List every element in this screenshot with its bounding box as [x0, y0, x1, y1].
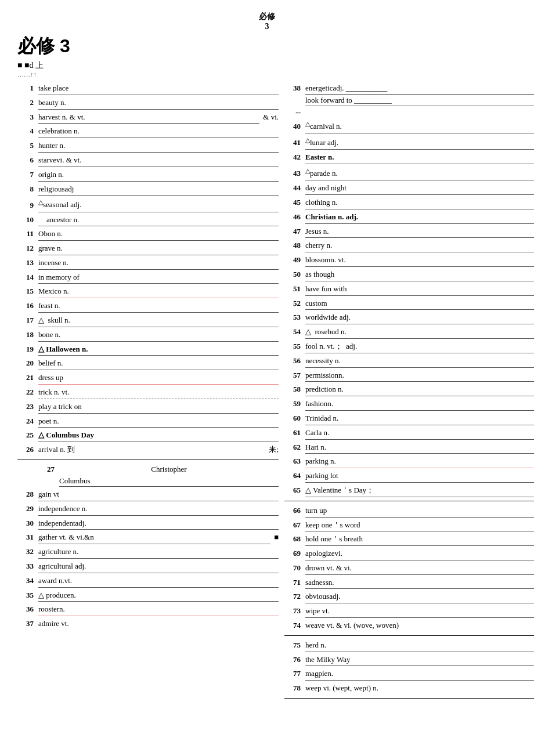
left-column: 1 take place 2 beauty n. 3 harvest n. & … — [17, 82, 279, 702]
list-item: 10 ancestor n. — [17, 214, 279, 227]
list-item: 49 blossomn. vt. — [284, 254, 534, 267]
page-header: 必修 3 — [17, 12, 517, 31]
divider — [284, 501, 534, 501]
divider — [17, 460, 279, 460]
list-item: 43 △parade n. — [284, 166, 534, 180]
list-item: 57 permissionn. — [284, 370, 534, 382]
list-item: 50 as though — [284, 269, 534, 281]
list-item: 48 cherry n. — [284, 240, 534, 252]
list-item: 52 custom — [284, 298, 534, 310]
list-item: 65 △ Valentine＇s Day； — [284, 484, 534, 497]
list-item: 71 sadnessn. — [284, 577, 534, 589]
list-item: 45 clothing n. — [284, 197, 534, 209]
list-item: 34 award n.vt. — [17, 575, 279, 588]
list-item: 36 roostern. — [17, 603, 279, 616]
list-item: 67 keep one＇s word — [284, 519, 534, 532]
list-item: 5 hunter n. — [17, 140, 279, 153]
list-item: 75 herd n. — [284, 639, 534, 652]
list-item: 15 Mexico n. — [17, 285, 279, 298]
list-item: 68 hold one＇s breath — [284, 533, 534, 546]
list-item: 19 △ Halloween n. — [17, 343, 279, 356]
list-item: 33 agricultural adj. — [17, 560, 279, 573]
list-item: 59 fashionn. — [284, 398, 534, 411]
sub-title1: ■ ■d 上 — [17, 60, 284, 71]
divider — [284, 635, 534, 636]
list-item: 42 Easter n. — [284, 151, 534, 164]
list-item: 60 Trinidad n. — [284, 413, 534, 425]
list-item: 16 feast n. — [17, 300, 279, 313]
list-item: 24 poet n. — [17, 415, 279, 428]
list-item: 54 △ rosebud n. — [284, 326, 534, 339]
big-title: 必修 3 — [17, 34, 284, 59]
list-item: 72 obviousadj. — [284, 591, 534, 603]
list-item: 13 incense n. — [17, 257, 279, 270]
list-item: 18 bone n. — [17, 329, 279, 342]
divider — [284, 698, 534, 699]
list-item: 44 day and night — [284, 182, 534, 195]
list-item: 56 necessity n. — [284, 355, 534, 368]
list-item: 78 weep vi. (wept, wept) n. — [284, 682, 534, 694]
list-item: 31 gather vt. & vi.&n ■ — [17, 531, 279, 544]
list-item: 17 △ skull n. — [17, 314, 279, 327]
list-item: 8 religiousadj — [17, 183, 279, 196]
list-item: 6 starvevi. & vt. — [17, 154, 279, 167]
list-item: 28 gain vt — [17, 489, 279, 501]
list-item: 7 origin n. — [17, 169, 279, 182]
list-item: 53 worldwide adj. — [284, 312, 534, 324]
list-item: 47 Jesus n. — [284, 226, 534, 238]
sub-title2: ……↑↑ — [17, 71, 284, 78]
list-item: 4 celebration n. — [17, 125, 279, 138]
list-item: 1 take place — [17, 82, 279, 95]
list-item: 38 energeticadj. ___________ look forwar… — [284, 82, 534, 106]
cn-title: 必修 — [17, 12, 517, 22]
list-item: 23 play a trick on — [17, 401, 279, 414]
list-item: 62 Hari n. — [284, 442, 534, 454]
list-item: 76 the Milky Way — [284, 654, 534, 667]
list-item: 2 beauty n. — [17, 97, 279, 110]
list-item: 14 in memory of — [17, 272, 279, 284]
list-item: 40 △carnival n. — [284, 119, 534, 133]
list-item: 27 27 Christopher Columbus — [17, 464, 279, 487]
list-item: 51 have fun with — [284, 283, 534, 296]
list-item: 63 parking n. — [284, 455, 534, 468]
list-item: 70 drown vt. & vi. — [284, 562, 534, 575]
list-item: 29 independence n. — [17, 503, 279, 516]
list-item: 22 trick n. vt. — [17, 386, 279, 399]
list-item: 9 △seasonal adj. — [17, 197, 279, 212]
list-item: 35 △ producen. — [17, 589, 279, 602]
list-item: 46 Christian n. adj. — [284, 211, 534, 224]
list-item: 69 apologizevi. — [284, 548, 534, 560]
list-item: 77 magpien. — [284, 668, 534, 681]
list-item: 58 prediction n. — [284, 384, 534, 396]
list-item: 37 admire vt. — [17, 618, 279, 630]
list-item: 73 wipe vt. — [284, 605, 534, 618]
right-column: 38 energeticadj. ___________ look forwar… — [284, 82, 534, 702]
list-item: 3 harvest n. & vt. & vi. — [17, 111, 279, 124]
list-item: 25 △ Columbus Day — [17, 429, 279, 442]
list-item: 41 △lunar adj. — [284, 135, 534, 150]
list-item: 20 belief n. — [17, 357, 279, 370]
list-item: 11 Obon n. — [17, 228, 279, 241]
list-item: 32 agriculture n. — [17, 546, 279, 559]
list-item: 55 fool n. vt.； adj. — [284, 341, 534, 353]
header-num: 3 — [17, 22, 517, 31]
list-item: 30 independentadj. — [17, 518, 279, 530]
list-item: 66 turn up — [284, 505, 534, 518]
list-item: 26 arrival n. 到 来; — [17, 444, 279, 456]
list-item: 61 Carla n. — [284, 427, 534, 440]
list-item: 64 parking lot — [284, 470, 534, 483]
list-item: 21 dress up — [17, 372, 279, 385]
list-item: 12 grave n. — [17, 243, 279, 255]
list-item: 74 weave vt. & vi. (wove, woven) — [284, 620, 534, 632]
